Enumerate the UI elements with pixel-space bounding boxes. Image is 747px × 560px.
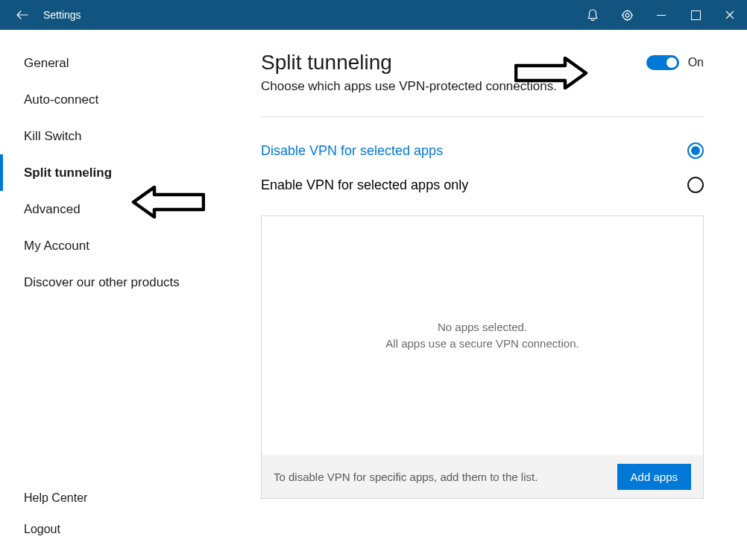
empty-line-2: All apps use a secure VPN connection. xyxy=(385,336,579,353)
sidebar-item-help-center[interactable]: Help Center xyxy=(0,482,223,514)
sidebar-item-discover[interactable]: Discover our other products xyxy=(0,264,223,301)
window-maximize-button[interactable] xyxy=(678,0,713,30)
sidebar-item-label: General xyxy=(24,56,69,71)
radio-icon xyxy=(687,177,704,193)
footer-hint: To disable VPN for specific apps, add th… xyxy=(274,471,538,483)
gear-icon xyxy=(621,9,634,22)
sidebar-item-label: My Account xyxy=(24,239,89,254)
sidebar-item-label: Auto-connect xyxy=(24,92,98,107)
sidebar-item-auto-connect[interactable]: Auto-connect xyxy=(0,81,223,118)
sidebar: General Auto-connect Kill Switch Split t… xyxy=(0,30,224,560)
sidebar-item-general[interactable]: General xyxy=(0,45,223,81)
sidebar-item-label: Split tunneling xyxy=(24,166,112,180)
back-button[interactable] xyxy=(7,0,37,30)
sidebar-item-label: Logout xyxy=(24,523,60,536)
sidebar-item-my-account[interactable]: My Account xyxy=(0,227,223,264)
option-enable-vpn-selected-only[interactable]: Enable VPN for selected apps only xyxy=(261,168,704,202)
apps-box-footer: To disable VPN for specific apps, add th… xyxy=(262,455,703,498)
sidebar-item-label: Discover our other products xyxy=(24,275,180,290)
window-close-button[interactable] xyxy=(713,0,747,30)
close-icon xyxy=(725,10,734,19)
window-minimize-button[interactable] xyxy=(644,0,678,30)
svg-point-0 xyxy=(625,13,629,17)
sidebar-item-label: Advanced xyxy=(24,202,81,217)
option-label: Disable VPN for selected apps xyxy=(261,143,687,159)
divider xyxy=(261,116,704,117)
toggle-state-label: On xyxy=(688,56,704,69)
sidebar-item-split-tunneling[interactable]: Split tunneling xyxy=(0,154,223,191)
sidebar-item-label: Help Center xyxy=(24,491,87,505)
sidebar-item-kill-switch[interactable]: Kill Switch xyxy=(0,118,223,154)
arrow-left-icon xyxy=(16,9,28,21)
option-disable-vpn-selected[interactable]: Disable VPN for selected apps xyxy=(261,133,704,168)
split-tunneling-toggle[interactable] xyxy=(646,55,679,70)
sidebar-item-advanced[interactable]: Advanced xyxy=(0,191,223,227)
page-heading: Split tunneling xyxy=(261,51,392,75)
radio-icon xyxy=(687,142,704,159)
add-apps-button[interactable]: Add apps xyxy=(617,464,691,490)
settings-gear-button[interactable] xyxy=(610,0,644,30)
empty-line-1: No apps selected. xyxy=(438,319,527,336)
bell-icon xyxy=(587,9,599,22)
apps-empty-state: No apps selected. All apps use a secure … xyxy=(262,216,703,455)
window-title: Settings xyxy=(43,9,81,21)
main-panel: Split tunneling On Choose which apps use… xyxy=(224,30,747,560)
option-label: Enable VPN for selected apps only xyxy=(261,177,687,193)
sidebar-item-label: Kill Switch xyxy=(24,129,81,144)
sidebar-item-logout[interactable]: Logout xyxy=(0,514,223,545)
page-subheading: Choose which apps use VPN-protected conn… xyxy=(261,79,704,94)
notification-button[interactable] xyxy=(576,0,610,30)
titlebar: Settings xyxy=(0,0,747,30)
apps-list-box: No apps selected. All apps use a secure … xyxy=(261,215,704,499)
